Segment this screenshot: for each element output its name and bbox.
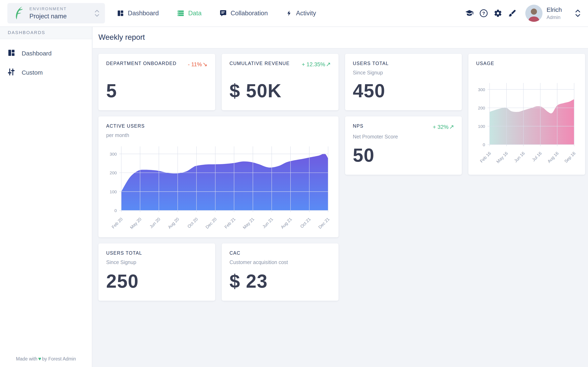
- delta-badge: + 32%↗: [433, 123, 454, 130]
- card-value: 5: [106, 81, 208, 100]
- usage-chart: 0100200300Feb 16May 16Jun 16Jul 16Aug 16…: [476, 80, 577, 169]
- svg-text:Dec 20: Dec 20: [205, 217, 217, 230]
- card-value: 450: [353, 81, 454, 100]
- sidebar-footer: Made with♥by Forest Admin: [0, 356, 92, 362]
- svg-text:?: ?: [482, 11, 485, 16]
- user-role: Admin: [546, 15, 562, 20]
- svg-text:May 20: May 20: [129, 217, 142, 230]
- card-title: USERS TOTAL: [106, 250, 142, 256]
- svg-text:Aug 20: Aug 20: [167, 217, 180, 230]
- card-subtitle: Since Signup: [106, 259, 208, 265]
- help-icon[interactable]: ?: [479, 9, 488, 18]
- svg-text:May 16: May 16: [495, 151, 509, 164]
- card-title: DEPARTMENT ONBOARDED: [106, 61, 177, 66]
- nav-item-activity[interactable]: Activity: [286, 9, 316, 17]
- svg-text:Jun 16: Jun 16: [513, 151, 526, 163]
- svg-text:Aug 16: Aug 16: [546, 151, 559, 164]
- header-actions: ? Elrich Admin: [459, 5, 581, 22]
- svg-text:May 21: May 21: [242, 217, 255, 230]
- sidebar: DASHBOARDS Dashboard Custom Made with♥by…: [0, 26, 92, 367]
- card-value: $ 50K: [229, 81, 331, 100]
- svg-text:Jul 16: Jul 16: [531, 151, 543, 162]
- customize-brush-icon[interactable]: [508, 9, 517, 18]
- settings-gear-icon[interactable]: [493, 9, 502, 18]
- card-title: USERS TOTAL: [353, 61, 389, 66]
- page-title: Weekly report: [98, 33, 145, 42]
- card-department-onboarded: DEPARTMENT ONBOARDED - 11%↘ 5: [98, 54, 215, 110]
- sidebar-item-custom[interactable]: Custom: [0, 68, 92, 77]
- card-title: CUMULATIVE REVENUE: [229, 61, 290, 66]
- card-usage: USAGE 0100200300Feb 16May 16Jun 16Jul 16…: [468, 54, 585, 175]
- svg-text:100: 100: [478, 124, 485, 129]
- active-users-chart: 0100200300Feb 20May 20Jun 20Aug 20Oct 20…: [106, 143, 331, 234]
- trend-down-icon: ↘: [203, 61, 208, 67]
- card-value: 250: [106, 272, 208, 291]
- card-value: $ 23: [229, 272, 331, 291]
- sidebar-item-label: Dashboard: [22, 50, 52, 57]
- svg-text:300: 300: [478, 87, 485, 92]
- academy-icon[interactable]: [465, 9, 474, 18]
- nav-label: Data: [188, 9, 201, 17]
- svg-text:Feb 20: Feb 20: [111, 217, 123, 230]
- dashboard-grid: DEPARTMENT ONBOARDED - 11%↘ 5 CUMULATIVE…: [93, 49, 588, 301]
- card-value: 50: [353, 146, 454, 165]
- card-subtitle: Net Promoter Score: [353, 134, 454, 140]
- card-subtitle: per month: [106, 132, 331, 138]
- card-subtitle: Customer acquisition cost: [229, 259, 331, 265]
- trend-up-icon: ↗: [326, 61, 331, 67]
- user-name: Elrich: [546, 6, 562, 13]
- sliders-icon: [7, 68, 16, 77]
- svg-text:0: 0: [483, 142, 485, 147]
- card-active-users: ACTIVE USERS per month 0100200300Feb 20M…: [98, 117, 338, 237]
- footer-text: Made with: [16, 356, 37, 361]
- svg-text:Jun 20: Jun 20: [149, 217, 161, 229]
- trend-up-icon: ↗: [449, 124, 454, 130]
- user-menu[interactable]: Elrich Admin: [546, 6, 562, 20]
- svg-text:Oct 21: Oct 21: [299, 217, 311, 229]
- lightning-icon: [286, 9, 292, 17]
- environment-label: ENVIRONMENT: [29, 7, 67, 11]
- card-cac: CAC Customer acquisition cost $ 23: [222, 243, 338, 301]
- card-cumulative-revenue: CUMULATIVE REVENUE + 12.35%↗ $ 50K: [222, 54, 338, 110]
- dashboard-grid-icon: [7, 49, 16, 58]
- card-title: ACTIVE USERS: [106, 123, 145, 129]
- nav-label: Activity: [296, 9, 316, 17]
- speech-bubble-icon: [219, 9, 227, 17]
- card-subtitle: Since Signup: [353, 70, 454, 76]
- svg-text:Sep 16: Sep 16: [563, 151, 576, 164]
- dashboard-grid-icon: [117, 9, 124, 17]
- svg-text:Feb 16: Feb 16: [479, 151, 492, 164]
- card-title: USAGE: [476, 61, 494, 66]
- sidebar-section-dashboards: DASHBOARDS: [0, 26, 92, 39]
- nav-item-collaboration[interactable]: Collaboration: [219, 9, 268, 17]
- main-nav: Dashboard Data Collaboration Activity: [117, 9, 316, 17]
- user-chevron-updown-icon[interactable]: [575, 9, 581, 17]
- nav-label: Collaboration: [231, 9, 268, 17]
- main-content: Weekly report DEPARTMENT ONBOARDED - 11%…: [93, 26, 588, 367]
- chevron-updown-icon: [94, 9, 100, 17]
- nav-item-dashboard[interactable]: Dashboard: [117, 9, 159, 17]
- project-name: Project name: [29, 13, 67, 20]
- card-title: CAC: [229, 250, 241, 256]
- svg-text:Aug 21: Aug 21: [280, 217, 293, 230]
- heart-icon: ♥: [37, 356, 42, 361]
- nav-item-data[interactable]: Data: [177, 9, 201, 17]
- nav-label: Dashboard: [128, 9, 159, 17]
- card-users-total: USERS TOTAL Since Signup 450: [345, 54, 462, 110]
- delta-badge: + 12.35%↗: [302, 61, 331, 68]
- delta-badge: - 11%↘: [188, 61, 208, 68]
- svg-text:0: 0: [114, 208, 117, 213]
- title-bar: Weekly report: [93, 26, 588, 49]
- svg-text:Oct 20: Oct 20: [186, 217, 199, 229]
- card-users-total-signup: USERS TOTAL Since Signup 250: [98, 243, 215, 301]
- card-title: NPS: [353, 123, 363, 129]
- avatar[interactable]: [525, 5, 543, 22]
- svg-text:200: 200: [110, 170, 117, 175]
- top-bar: ENVIRONMENT Project name Dashboard Data: [0, 0, 588, 27]
- data-rows-icon: [177, 9, 185, 17]
- sidebar-item-dashboard[interactable]: Dashboard: [0, 49, 92, 58]
- footer-text: by Forest Admin: [42, 356, 76, 361]
- environment-selector[interactable]: ENVIRONMENT Project name: [7, 3, 105, 24]
- svg-text:300: 300: [110, 152, 117, 156]
- svg-text:200: 200: [478, 106, 485, 110]
